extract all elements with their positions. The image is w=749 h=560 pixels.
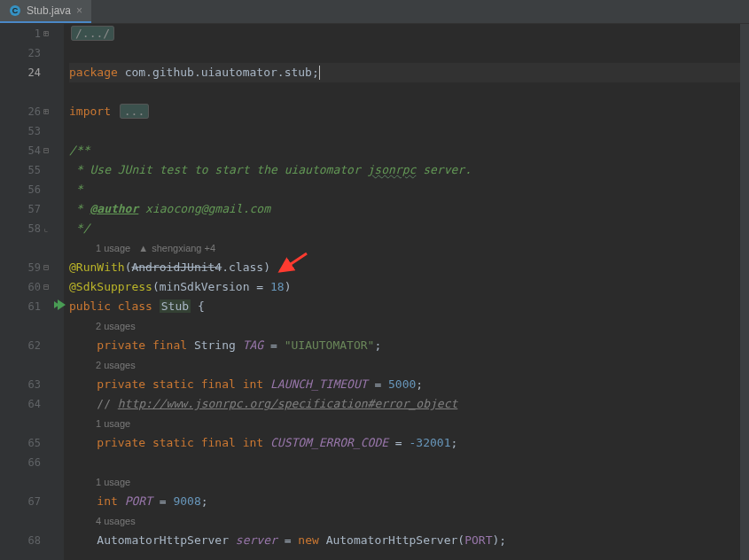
line-number: 24 xyxy=(0,63,41,82)
comment-link[interactable]: http://www.jsonrpc.org/specification#err… xyxy=(118,397,458,410)
line-number: 67 xyxy=(0,492,41,511)
fold-toggle-icon[interactable]: ⊞ xyxy=(41,102,51,121)
line-number: 65 xyxy=(0,433,41,453)
line-number: 64 xyxy=(0,394,41,414)
usage-inlay[interactable]: 2 usages xyxy=(96,360,136,370)
typo-word: jsonrpc xyxy=(368,163,417,176)
svg-text:C: C xyxy=(12,6,19,15)
vertical-scrollbar[interactable] xyxy=(740,24,749,560)
line-number: 62 xyxy=(0,336,41,355)
fold-toggle-icon[interactable]: ⊟ xyxy=(41,277,51,297)
field-custom-error-code: CUSTOM_ERROR_CODE xyxy=(270,436,388,449)
line-number xyxy=(0,511,41,531)
deprecated-class: AndroidJUnit4 xyxy=(131,261,222,274)
line-number: 60⊟ xyxy=(0,277,41,297)
field-port: PORT xyxy=(125,494,152,508)
tab-bar: C Stub.java × xyxy=(0,0,749,24)
annotation-runwith: @RunWith xyxy=(69,261,125,274)
code-area[interactable]: /.../ package com.github.uiautomator.stu… xyxy=(53,24,749,560)
field-server: server xyxy=(236,533,277,547)
javadoc-close: */ xyxy=(69,222,90,235)
fold-toggle-icon[interactable]: ⌞ xyxy=(41,219,51,238)
line-number: 63 xyxy=(0,375,41,394)
fold-toggle-icon[interactable]: ⊟ xyxy=(41,141,51,160)
folded-region[interactable]: /.../ xyxy=(71,26,114,41)
line-number: 57 xyxy=(0,199,41,219)
line-number: 55 xyxy=(0,160,41,180)
line-number xyxy=(0,82,41,102)
usage-inlay[interactable]: 4 usages xyxy=(96,516,136,526)
line-number-gutter: 1⊞232426⊞5354⊟55565758⌞59⊟60⊟61626364656… xyxy=(0,24,53,560)
code-editor[interactable]: 1⊞232426⊞5354⊟55565758⌞59⊟60⊟61626364656… xyxy=(0,24,749,560)
usage-inlay[interactable]: 1 usage xyxy=(96,243,130,253)
close-tab-icon[interactable]: × xyxy=(76,4,82,17)
javadoc-tag-author: @author xyxy=(90,202,138,215)
line-number xyxy=(0,238,41,258)
annotation-sdksuppress: @SdkSuppress xyxy=(69,280,152,293)
line-number: 23 xyxy=(0,43,41,63)
line-number: 58⌞ xyxy=(0,219,41,238)
keyword-package: package xyxy=(69,66,125,79)
line-number: 53 xyxy=(0,121,41,141)
class-name: Stub xyxy=(160,299,191,313)
field-tag: TAG xyxy=(243,338,263,352)
author-icon: ▲ xyxy=(138,238,148,258)
line-number: 61 xyxy=(0,297,41,316)
line-number: 68 xyxy=(0,531,41,550)
fold-toggle-icon[interactable]: ⊞ xyxy=(41,24,51,43)
author-inlay[interactable]: shengxiang +4 xyxy=(152,243,215,253)
line-number: 59⊟ xyxy=(0,258,41,277)
field-launch-timeout: LAUNCH_TIMEOUT xyxy=(270,377,368,391)
line-number xyxy=(0,355,41,375)
folded-imports[interactable]: ... xyxy=(120,104,149,119)
keyword-import: import xyxy=(69,105,118,118)
line-number xyxy=(0,414,41,433)
java-class-icon: C xyxy=(9,4,21,17)
line-number: 56 xyxy=(0,180,41,199)
usage-inlay[interactable]: 1 usage xyxy=(96,477,130,487)
javadoc-open: /** xyxy=(69,144,90,157)
file-tab[interactable]: C Stub.java × xyxy=(0,0,91,23)
fold-toggle-icon[interactable]: ⊟ xyxy=(41,258,51,277)
line-number: 26⊞ xyxy=(0,102,41,121)
package-name: com.github.uiautomator.stub xyxy=(125,66,312,79)
line-number xyxy=(0,472,41,492)
line-number xyxy=(0,316,41,336)
usage-inlay[interactable]: 2 usages xyxy=(96,321,136,331)
tab-filename: Stub.java xyxy=(27,4,71,17)
line-number: 1⊞ xyxy=(0,24,41,43)
text-caret xyxy=(319,66,320,80)
line-number: 66 xyxy=(0,453,41,472)
usage-inlay[interactable]: 1 usage xyxy=(96,418,130,429)
line-number: 54⊟ xyxy=(0,141,41,160)
